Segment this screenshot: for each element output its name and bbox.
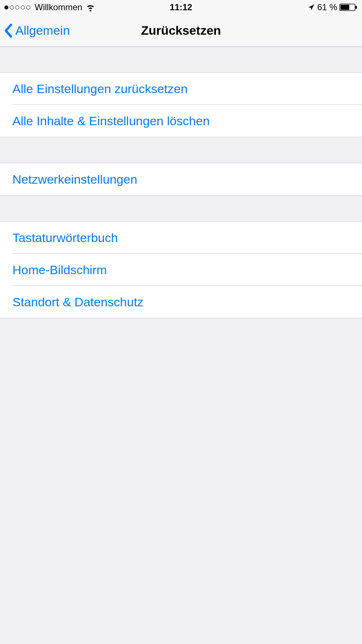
- back-label: Allgemein: [15, 23, 70, 38]
- list-item-label: Home-Bildschirm: [12, 263, 107, 277]
- back-button[interactable]: Allgemein: [0, 23, 70, 38]
- reset-home-item[interactable]: Home-Bildschirm: [0, 254, 362, 286]
- list-item-label: Standort & Datenschutz: [12, 295, 143, 309]
- svg-rect-2: [355, 6, 357, 9]
- chevron-left-icon: [4, 23, 12, 38]
- carrier-label: Willkommen: [35, 2, 82, 12]
- section-1: Alle Einstellungen zurücksetzen Alle Inh…: [0, 72, 362, 137]
- reset-keyboard-item[interactable]: Tastaturwörterbuch: [0, 222, 362, 254]
- list-item-label: Tastaturwörterbuch: [12, 231, 118, 245]
- status-bar: Willkommen 11:12 61 %: [0, 0, 362, 15]
- section-gap: [0, 47, 362, 72]
- reset-location-privacy-item[interactable]: Standort & Datenschutz: [0, 286, 362, 318]
- signal-strength-icon: [4, 5, 30, 9]
- reset-network-item[interactable]: Netzwerkeinstellungen: [0, 163, 362, 195]
- list-item-label: Alle Inhalte & Einstellungen löschen: [12, 114, 210, 128]
- location-icon: [308, 4, 315, 11]
- list-item-label: Netzwerkeinstellungen: [12, 172, 137, 187]
- reset-all-settings-item[interactable]: Alle Einstellungen zurücksetzen: [0, 73, 362, 105]
- erase-all-item[interactable]: Alle Inhalte & Einstellungen löschen: [0, 105, 362, 137]
- list-item-label: Alle Einstellungen zurücksetzen: [12, 82, 188, 96]
- battery-percent: 61 %: [317, 2, 337, 12]
- wifi-icon: [85, 3, 96, 11]
- section-gap: [0, 137, 362, 163]
- status-right: 61 %: [308, 2, 358, 12]
- section-gap: [0, 196, 362, 221]
- section-2: Netzwerkeinstellungen: [0, 163, 362, 196]
- content: Alle Einstellungen zurücksetzen Alle Inh…: [0, 47, 362, 318]
- battery-icon: [339, 3, 358, 11]
- svg-rect-1: [340, 5, 349, 10]
- nav-bar: Allgemein Zurücksetzen: [0, 15, 362, 47]
- status-time: 11:12: [170, 2, 192, 12]
- page-title: Zurücksetzen: [141, 23, 221, 38]
- section-3: Tastaturwörterbuch Home-Bildschirm Stand…: [0, 221, 362, 318]
- status-left: Willkommen: [4, 2, 96, 12]
